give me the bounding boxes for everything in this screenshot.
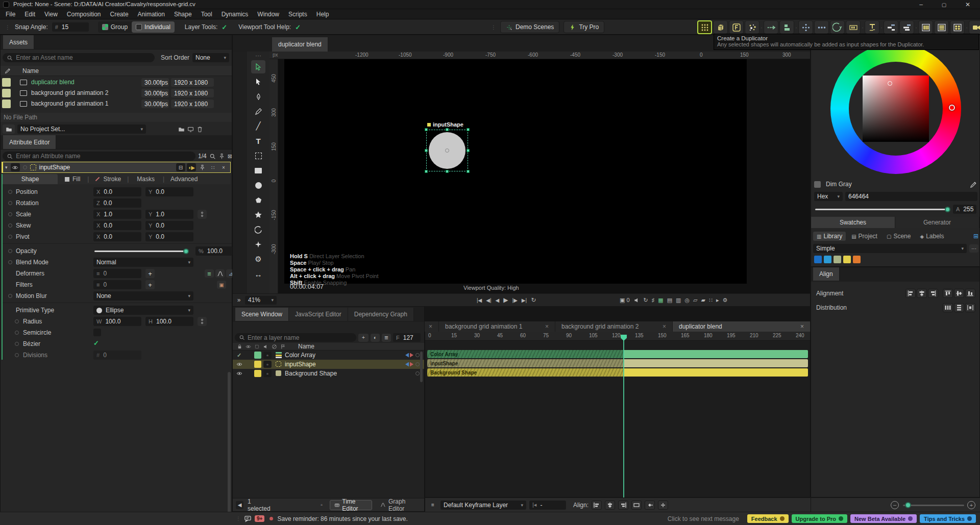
onion-skin-button[interactable]: ▣0	[620, 297, 630, 304]
play-range-button[interactable]: ▸	[716, 297, 719, 304]
radius-h-field[interactable]: H100.0	[145, 317, 193, 326]
sv-marker[interactable]	[888, 81, 892, 86]
grid-overlay-button[interactable]: ▦	[658, 297, 663, 304]
asset-name[interactable]: duplicator blend	[31, 79, 75, 86]
keyframe-radio[interactable]	[8, 212, 12, 216]
hue-marker[interactable]	[949, 105, 955, 111]
viewport-settings-button[interactable]: ⚙	[723, 297, 728, 304]
scale-x-field[interactable]: X1.0	[93, 210, 141, 219]
radius-w-field[interactable]: W100.0	[93, 317, 141, 326]
marquee-tool-button[interactable]	[846, 20, 861, 34]
layer-color-swatch[interactable]	[254, 361, 261, 368]
asset-search-input[interactable]	[3, 53, 155, 62]
selection-handle[interactable]	[425, 149, 428, 152]
keyframe-snap-button[interactable]	[645, 501, 655, 510]
position-y-field[interactable]: Y0.0	[145, 187, 193, 196]
swatch-light-blue[interactable]	[824, 256, 831, 263]
flag-column-icon[interactable]	[280, 344, 286, 349]
forge-tool-button[interactable]	[729, 20, 744, 34]
asset-color-swatch[interactable]	[2, 99, 11, 108]
maximize-button[interactable]: ▢	[933, 0, 955, 9]
close-button[interactable]: ✕	[955, 0, 980, 9]
layer-render-toggle[interactable]: ▫	[263, 370, 272, 377]
comp-tab-active[interactable]: duplicator blend×	[673, 321, 811, 332]
layer-solo-radio[interactable]	[415, 362, 420, 366]
solo-attributes-icon[interactable]: ◖▶	[187, 163, 196, 171]
swatch-blue[interactable]	[814, 256, 822, 263]
swatch-orange[interactable]	[853, 256, 861, 263]
rectangle-tool[interactable]	[251, 164, 265, 177]
grid-layout-button[interactable]	[950, 20, 965, 34]
close-tab-icon[interactable]: ×	[800, 323, 804, 330]
layer-solo-radio[interactable]	[415, 371, 420, 376]
layer-name[interactable]: Color Array	[285, 352, 315, 359]
snap-angle-field[interactable]: #15	[52, 22, 89, 32]
layer-render-toggle[interactable]: ▫	[263, 361, 272, 368]
graph-editor-button[interactable]: Graph Editor	[376, 500, 421, 510]
next-frame-button[interactable]: |▶	[512, 297, 518, 303]
motion-blur-select[interactable]: None▾	[93, 291, 193, 301]
box-tool-button[interactable]	[713, 20, 728, 34]
close-tab-icon[interactable]: ×	[429, 323, 432, 330]
layer-row[interactable]: ▫ Background Shape	[233, 369, 424, 378]
distribute-spacing-button[interactable]	[965, 303, 975, 312]
menu-window[interactable]: Window	[253, 11, 284, 18]
find-select-icon[interactable]	[209, 153, 216, 160]
star-tool[interactable]	[251, 208, 265, 221]
audio-mute-button[interactable]	[633, 297, 640, 304]
visibility-filter-icon[interactable]: ◐	[371, 334, 380, 342]
align-bottom-button[interactable]	[965, 289, 975, 298]
generator-tab[interactable]: Generator	[895, 217, 979, 228]
feedback-button[interactable]: Feedback	[747, 514, 789, 523]
layer-list-scrollbar[interactable]	[420, 352, 423, 382]
visibility-eye-button[interactable]	[11, 163, 20, 171]
pivot-y-field[interactable]: Y0.0	[145, 232, 193, 241]
folder-icon[interactable]	[178, 126, 185, 133]
track-bar-background-shape-right[interactable]	[624, 368, 808, 377]
frame-range-button[interactable]	[631, 501, 642, 510]
pivot-x-field[interactable]: X0.0	[93, 232, 141, 241]
stagger-tool-button[interactable]	[779, 20, 794, 34]
arc-tool-button[interactable]	[830, 20, 845, 34]
asset-name[interactable]: background grid animation 2	[31, 89, 108, 96]
lock-column-icon[interactable]	[237, 344, 242, 349]
opacity-slider-knob[interactable]	[183, 248, 189, 254]
polygon-tool[interactable]	[251, 193, 265, 207]
deformer-wave-icon[interactable]	[215, 269, 225, 278]
alpha-field[interactable]: A255	[953, 205, 976, 214]
selection-handle[interactable]	[425, 170, 428, 173]
pin-filter-icon[interactable]	[218, 153, 225, 160]
swatches-tab[interactable]: Swatches	[811, 217, 895, 228]
audio-column-icon[interactable]	[263, 344, 268, 349]
text-animator-button[interactable]	[865, 20, 879, 34]
add-filter-button[interactable]: +	[145, 280, 155, 289]
layer-solo-radio[interactable]	[415, 353, 420, 357]
hex-value-field[interactable]: 646464	[845, 192, 977, 201]
try-pro-button[interactable]: Try Pro	[564, 21, 604, 33]
viewport-canvas[interactable]: 450 300 150 0 -150 -300 inputShape Hold …	[270, 59, 810, 293]
filters-stack-icon[interactable]: ▣	[217, 281, 226, 289]
project-tab[interactable]: ▤Project	[848, 232, 881, 241]
track-bar-color-array-right[interactable]	[624, 350, 808, 358]
menu-view[interactable]: View	[40, 11, 62, 18]
settings-tool[interactable]: ⚙	[251, 253, 265, 266]
swatch-more-button[interactable]: ···	[969, 244, 978, 253]
bezier-checkbox[interactable]: ✓	[93, 339, 99, 347]
comp-tab[interactable]: background grid animation 1×	[439, 321, 555, 332]
loop-button[interactable]: ↻	[531, 296, 536, 304]
assets-tab[interactable]: Assets	[3, 35, 34, 49]
tab-masks[interactable]: Masks	[129, 176, 163, 183]
tab-fill[interactable]: Fill	[58, 176, 87, 183]
layer-search-input[interactable]	[235, 333, 356, 342]
viewport-tool-help-check-icon[interactable]: ✓	[295, 23, 301, 31]
render-camera-button[interactable]	[969, 20, 980, 34]
asset-name[interactable]: background grid animation 1	[31, 100, 108, 107]
toolbar-grip[interactable]: ⋮	[5, 24, 11, 30]
divisions-field[interactable]: #0	[93, 351, 141, 360]
keyframe-radio[interactable]	[15, 331, 19, 335]
prev-frame-button[interactable]: ◀	[496, 297, 500, 303]
selection-handle[interactable]	[446, 170, 449, 173]
menu-composition[interactable]: Composition	[62, 11, 106, 18]
layer-name[interactable]: inputShape	[285, 361, 316, 368]
save-reminder-message[interactable]: Save reminder: 86 minutes since your las…	[277, 515, 407, 522]
